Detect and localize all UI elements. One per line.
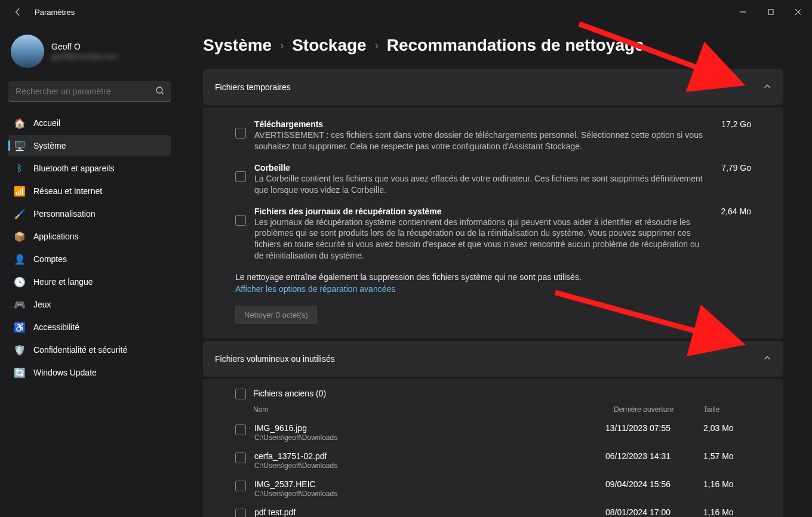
update-icon: 🔄 — [14, 367, 25, 378]
file-row: IMG_9616.jpgC:\Users\geoff\Downloads13/1… — [235, 418, 751, 447]
nav-label: Comptes — [33, 254, 67, 264]
temp-item-size: 2,64 Mo — [721, 207, 751, 262]
file-path: C:\Users\geoff\Downloads — [254, 433, 597, 442]
titlebar: Paramètres — [0, 0, 812, 24]
breadcrumb: Système › Stockage › Recommandations de … — [203, 36, 783, 55]
temp-item-desc: La Corbeille contient les fichiers que v… — [254, 173, 703, 196]
nav-label: Personnalisation — [33, 209, 96, 219]
accessibility-icon: ♿ — [14, 322, 25, 333]
nav-label: Bluetooth et appareils — [33, 164, 114, 173]
nav: 🏠Accueil🖥️SystèmeᛒBluetooth et appareils… — [8, 112, 171, 383]
system-icon: 🖥️ — [14, 140, 25, 151]
temp-item-checkbox[interactable] — [235, 215, 246, 226]
svg-rect-1 — [768, 10, 773, 14]
nav-label: Confidentialité et sécurité — [33, 345, 127, 355]
file-checkbox[interactable] — [235, 453, 246, 463]
file-name: IMG_9616.jpg — [254, 423, 597, 433]
panel-temp-files: Fichiers temporaires — [203, 69, 783, 105]
breadcrumb-storage[interactable]: Stockage — [292, 36, 367, 55]
nav-item-accounts[interactable]: 👤Comptes — [8, 248, 171, 270]
home-icon: 🏠 — [14, 118, 25, 128]
nav-label: Applications — [33, 232, 79, 241]
nav-label: Accessibilité — [33, 322, 79, 332]
breadcrumb-system[interactable]: Système — [203, 36, 272, 55]
chevron-up-icon — [763, 82, 771, 93]
minimize-button[interactable] — [730, 0, 757, 24]
file-size: 1,16 Mo — [703, 479, 751, 489]
advanced-repair-link[interactable]: Afficher les options de réparation avanc… — [235, 284, 395, 294]
nav-label: Jeux — [33, 300, 51, 309]
content: Système › Stockage › Recommandations de … — [179, 24, 812, 517]
file-checkbox[interactable] — [235, 424, 246, 435]
cleanup-note: Le nettoyage entraîne également la suppr… — [235, 272, 751, 282]
file-date: 09/04/2024 15:56 — [605, 479, 695, 489]
maximize-button[interactable] — [757, 0, 785, 24]
file-size: 1,16 Mo — [703, 507, 751, 517]
temp-item: Fichiers des journaux de récupération sy… — [235, 207, 751, 262]
nav-item-bluetooth[interactable]: ᛒBluetooth et appareils — [8, 158, 171, 179]
svg-point-4 — [156, 87, 162, 93]
nav-item-time[interactable]: 🕓Heure et langue — [8, 271, 171, 293]
old-files-checkbox[interactable] — [235, 389, 246, 399]
nav-label: Heure et langue — [33, 277, 93, 287]
chevron-up-icon — [763, 354, 771, 364]
games-icon: 🎮 — [14, 299, 25, 310]
nav-item-privacy[interactable]: 🛡️Confidentialité et sécurité — [8, 339, 171, 361]
cleanup-button[interactable]: Nettoyer 0 octet(s) — [235, 306, 317, 324]
time-icon: 🕓 — [14, 276, 25, 287]
old-files-label: Fichiers anciens (0) — [253, 389, 326, 398]
file-columns-header: Nom Dernière ouverture Taille — [235, 403, 751, 418]
file-row: pdf test.pdfC:\Users\geoff\Downloads08/0… — [235, 503, 751, 517]
nav-item-apps[interactable]: 📦Applications — [8, 226, 171, 247]
svg-line-5 — [162, 93, 164, 94]
nav-item-accessibility[interactable]: ♿Accessibilité — [8, 316, 171, 338]
search-input[interactable] — [8, 81, 171, 101]
chevron-right-icon: › — [375, 39, 379, 52]
chevron-right-icon: › — [280, 39, 284, 52]
temp-item-desc: AVERTISSEMENT : ces fichiers sont dans v… — [254, 130, 703, 152]
temp-item-desc: Les journaux de récupération système con… — [254, 217, 703, 262]
nav-label: Windows Update — [33, 368, 97, 377]
temp-item-checkbox[interactable] — [235, 171, 246, 182]
file-date: 08/01/2024 17:00 — [605, 507, 695, 517]
window-title: Paramètres — [35, 8, 75, 17]
temp-item-title: Corbeille — [254, 163, 703, 173]
file-row: IMG_2537.HEICC:\Users\geoff\Downloads09/… — [235, 475, 751, 503]
personalize-icon: 🖌️ — [14, 208, 25, 219]
col-date: Dernière ouverture — [614, 405, 703, 414]
panel-large-files: Fichiers volumineux ou inutilisés — [203, 341, 783, 377]
file-name: IMG_2537.HEIC — [254, 479, 597, 489]
file-path: C:\Users\geoff\Downloads — [254, 461, 597, 470]
file-checkbox[interactable] — [235, 509, 246, 517]
search-icon[interactable] — [155, 86, 165, 97]
close-button[interactable] — [785, 0, 812, 24]
file-path: C:\Users\geoff\Downloads — [254, 490, 597, 498]
nav-item-system[interactable]: 🖥️Système — [8, 135, 171, 156]
file-size: 2,03 Mo — [703, 423, 751, 433]
file-date: 06/12/2023 14:31 — [605, 451, 695, 461]
nav-label: Système — [33, 141, 66, 150]
bluetooth-icon: ᛒ — [14, 163, 25, 174]
breadcrumb-cleanup: Recommandations de nettoyage — [387, 36, 644, 55]
panel-large-header[interactable]: Fichiers volumineux ou inutilisés — [203, 341, 783, 377]
col-size: Taille — [703, 405, 751, 414]
nav-item-personalize[interactable]: 🖌️Personnalisation — [8, 203, 171, 224]
network-icon: 📶 — [14, 186, 25, 196]
file-checkbox[interactable] — [235, 481, 246, 491]
panel-temp-header[interactable]: Fichiers temporaires — [203, 69, 783, 105]
panel-temp-title: Fichiers temporaires — [215, 82, 291, 92]
back-button[interactable] — [12, 6, 24, 18]
temp-item: TéléchargementsAVERTISSEMENT : ces fichi… — [235, 119, 751, 152]
temp-item: CorbeilleLa Corbeille contient les fichi… — [235, 163, 751, 196]
nav-item-games[interactable]: 🎮Jeux — [8, 294, 171, 315]
nav-item-update[interactable]: 🔄Windows Update — [8, 362, 171, 383]
nav-label: Accueil — [33, 118, 60, 128]
avatar — [11, 35, 44, 68]
temp-item-checkbox[interactable] — [235, 128, 246, 139]
nav-item-network[interactable]: 📶Réseau et Internet — [8, 180, 171, 202]
user-block[interactable]: Geoff O geoff@example.com — [8, 30, 171, 78]
temp-item-size: 7,79 Go — [721, 163, 751, 196]
accounts-icon: 👤 — [14, 254, 25, 264]
panel-large-body: Fichiers anciens (0) Nom Dernière ouvert… — [203, 379, 783, 517]
nav-item-home[interactable]: 🏠Accueil — [8, 112, 171, 134]
